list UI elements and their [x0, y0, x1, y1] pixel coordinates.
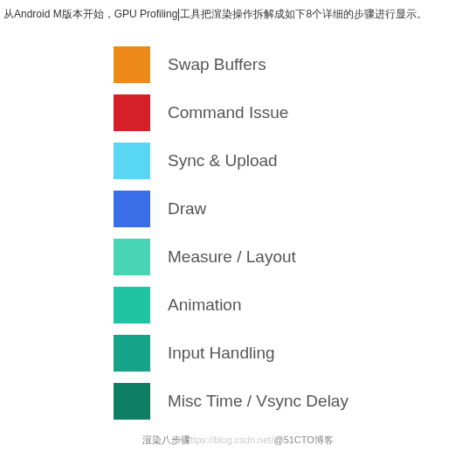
legend-label: Swap Buffers: [168, 55, 266, 74]
legend-item: Input Handling: [114, 335, 476, 372]
legend-label: Command Issue: [168, 103, 288, 122]
intro-text-part2: 工具把渲染操作拆解成如下8个详细的步骤进行显示。: [180, 8, 427, 20]
footer-watermark: ttps://blog.csdn.net/: [190, 435, 273, 445]
legend-label: Misc Time / Vsync Delay: [168, 392, 348, 411]
footer-brand: @51CTO博客: [273, 435, 333, 445]
legend-item: Swap Buffers: [114, 46, 476, 83]
color-swatch: [114, 383, 150, 420]
legend-item: Measure / Layout: [114, 239, 476, 275]
legend-item: Sync & Upload: [114, 143, 476, 179]
color-swatch: [114, 239, 150, 275]
legend-item: Command Issue: [114, 94, 476, 131]
footer: 渲染八步骤ttps://blog.csdn.net/@51CTO博客: [0, 434, 476, 447]
color-swatch: [114, 94, 150, 131]
color-swatch: [114, 191, 150, 227]
intro-text-part1: 从Android M版本开始，GPU Profiling: [3, 8, 177, 20]
legend-label: Sync & Upload: [168, 151, 278, 170]
footer-caption: 渲染八步骤: [142, 435, 190, 445]
legend-label: Animation: [168, 296, 242, 315]
color-swatch: [114, 287, 150, 323]
color-swatch: [114, 46, 150, 83]
legend-label: Input Handling: [168, 344, 275, 363]
legend-item: Animation: [114, 287, 476, 323]
legend-item: Draw: [114, 191, 476, 227]
legend-label: Draw: [168, 199, 206, 219]
intro-text: 从Android M版本开始，GPU Profiling工具把渲染操作拆解成如下…: [0, 0, 476, 29]
legend-container: Swap Buffers Command Issue Sync & Upload…: [114, 46, 476, 420]
legend-label: Measure / Layout: [168, 247, 296, 267]
color-swatch: [114, 335, 150, 372]
legend-item: Misc Time / Vsync Delay: [114, 383, 476, 420]
color-swatch: [114, 143, 150, 179]
